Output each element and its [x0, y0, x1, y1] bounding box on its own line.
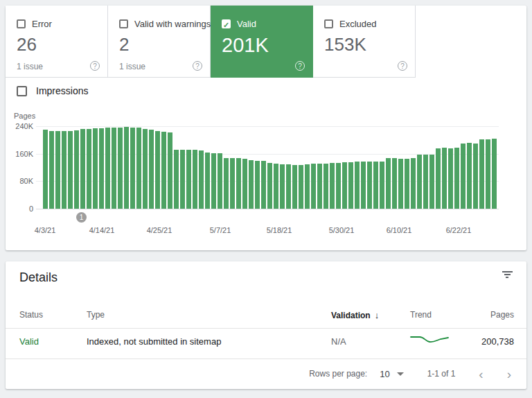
column-header-type[interactable]: Type	[87, 310, 105, 320]
bar[interactable]	[299, 165, 303, 209]
row-status[interactable]: Valid	[19, 336, 39, 347]
rows-per-page-dropdown-icon[interactable]	[397, 372, 404, 376]
card-valid-with-warnings[interactable]: Valid with warnings 2 1 issue ?	[108, 6, 211, 78]
bar[interactable]	[242, 159, 247, 209]
bar[interactable]	[68, 131, 73, 209]
bar[interactable]	[211, 153, 216, 209]
bar[interactable]	[174, 150, 179, 209]
bar[interactable]	[105, 128, 110, 209]
bar[interactable]	[168, 132, 172, 209]
column-header-pages[interactable]: Pages	[490, 310, 514, 320]
bar-series[interactable]	[43, 125, 498, 209]
rows-per-page-value[interactable]: 10	[380, 369, 389, 379]
impressions-toggle[interactable]: Impressions	[17, 85, 88, 96]
card-excluded[interactable]: Excluded 153K ?	[313, 6, 416, 78]
bar[interactable]	[112, 128, 116, 209]
column-header-validation[interactable]: Validation↓	[331, 310, 379, 320]
bar[interactable]	[417, 155, 422, 209]
bar[interactable]	[62, 131, 66, 209]
bar[interactable]	[461, 144, 466, 209]
bar[interactable]	[342, 162, 347, 209]
bar[interactable]	[373, 162, 378, 209]
bar[interactable]	[74, 130, 79, 209]
bar[interactable]	[199, 150, 204, 209]
bar[interactable]	[93, 128, 98, 209]
bar[interactable]	[274, 164, 278, 209]
impressions-checkbox[interactable]	[17, 86, 27, 96]
bar[interactable]	[405, 159, 409, 209]
card-valid[interactable]: ✓ Valid 201K ?	[211, 6, 313, 78]
bar[interactable]	[398, 159, 403, 209]
bar[interactable]	[286, 164, 291, 209]
help-icon[interactable]: ?	[193, 61, 202, 71]
bar[interactable]	[429, 155, 434, 209]
bar[interactable]	[392, 158, 397, 209]
bar[interactable]	[411, 158, 416, 209]
bar[interactable]	[224, 158, 229, 209]
bar[interactable]	[130, 128, 135, 209]
help-icon[interactable]: ?	[398, 61, 407, 71]
bar[interactable]	[317, 164, 322, 209]
bar[interactable]	[436, 148, 441, 209]
bar[interactable]	[473, 144, 478, 209]
bar[interactable]	[49, 131, 54, 209]
previous-page-icon[interactable]: ‹	[479, 367, 483, 381]
bar[interactable]	[355, 162, 360, 209]
excluded-checkbox[interactable]	[324, 19, 333, 28]
valid-checkbox-checked[interactable]: ✓	[222, 19, 231, 28]
bar[interactable]	[136, 128, 141, 209]
bar[interactable]	[118, 128, 123, 209]
column-header-status[interactable]: Status	[19, 310, 43, 320]
bar[interactable]	[467, 143, 472, 209]
bar[interactable]	[305, 164, 310, 209]
bar[interactable]	[267, 163, 272, 209]
error-checkbox[interactable]	[17, 19, 26, 28]
next-page-icon[interactable]: ›	[507, 367, 511, 381]
bar[interactable]	[230, 158, 235, 209]
bar[interactable]	[367, 162, 372, 209]
bar[interactable]	[330, 163, 335, 209]
bar[interactable]	[186, 150, 191, 209]
chart-annotation-marker[interactable]: 1	[76, 212, 87, 223]
bar[interactable]	[423, 155, 428, 209]
bar[interactable]	[261, 161, 266, 209]
bar[interactable]	[448, 148, 453, 209]
bar[interactable]	[280, 164, 285, 209]
bar[interactable]	[492, 139, 497, 209]
bar[interactable]	[143, 129, 148, 209]
bar[interactable]	[180, 150, 185, 209]
bar[interactable]	[80, 129, 85, 209]
bar[interactable]	[323, 164, 328, 209]
bar[interactable]	[193, 150, 197, 209]
bar[interactable]	[361, 162, 366, 209]
bar[interactable]	[311, 164, 316, 209]
card-error[interactable]: Error 26 1 issue ?	[6, 6, 108, 78]
bar[interactable]	[87, 129, 91, 209]
bar[interactable]	[99, 128, 104, 209]
help-icon[interactable]: ?	[90, 61, 100, 71]
bar[interactable]	[386, 158, 391, 209]
bar[interactable]	[218, 153, 222, 209]
bar[interactable]	[55, 131, 60, 209]
bar[interactable]	[442, 148, 447, 209]
valid-with-warnings-checkbox[interactable]	[119, 19, 128, 28]
bar[interactable]	[249, 160, 254, 209]
bar[interactable]	[479, 139, 484, 209]
bar[interactable]	[336, 163, 341, 209]
help-icon[interactable]: ?	[295, 61, 305, 71]
bar[interactable]	[149, 130, 154, 209]
bar[interactable]	[124, 127, 129, 209]
bar[interactable]	[205, 153, 210, 209]
bar[interactable]	[486, 139, 490, 209]
bar[interactable]	[161, 132, 166, 209]
bar[interactable]	[43, 130, 48, 209]
bar[interactable]	[236, 158, 241, 209]
column-header-trend[interactable]: Trend	[410, 310, 432, 320]
bar[interactable]	[454, 148, 459, 209]
bar[interactable]	[292, 165, 297, 209]
filter-icon[interactable]	[501, 271, 513, 282]
bar[interactable]	[155, 131, 160, 209]
bar[interactable]	[255, 161, 260, 209]
bar[interactable]	[380, 162, 384, 209]
bar[interactable]	[348, 162, 353, 209]
